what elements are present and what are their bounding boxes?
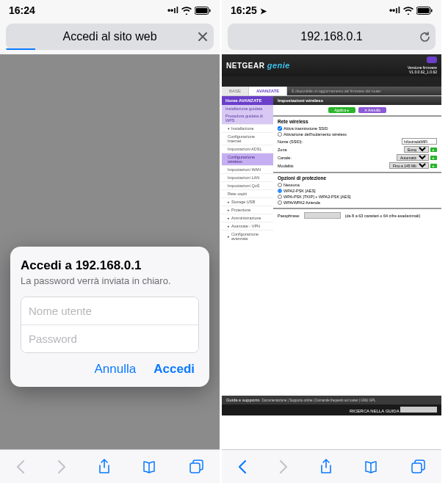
- section-title: Rete wireless: [278, 119, 437, 124]
- battery-icon: [416, 7, 433, 15]
- sidebar-section[interactable]: ▸Storage USB: [222, 197, 273, 206]
- password-field[interactable]: [21, 325, 198, 352]
- pass-hint: (da 8 a 63 caratteri o 64 cifre esadecim…: [345, 214, 421, 218]
- wifi-icon: [403, 7, 413, 15]
- sec-radio-enterprise[interactable]: [278, 200, 282, 205]
- reload-icon: [419, 31, 431, 43]
- help-search-field[interactable]: [400, 407, 437, 413]
- sec-radio-wpa2[interactable]: [278, 189, 282, 193]
- cancel-router-button[interactable]: ✕ Annulla: [358, 107, 386, 113]
- submit-button[interactable]: Accedi: [153, 362, 195, 377]
- footer-search-label: RICERCA NELLA GUIDA: [350, 409, 399, 413]
- username-field[interactable]: [21, 297, 198, 324]
- footer-help: Guida e supporto: [226, 398, 260, 402]
- sidebar-section[interactable]: ▸Amministrazione: [222, 214, 273, 222]
- dialog-message: La password verrà inviata in chiaro.: [21, 275, 199, 286]
- chk-ssid-label: Attiva trasmissione SSID: [283, 126, 328, 131]
- tabs-icon: [189, 460, 204, 474]
- bookmarks-button[interactable]: [364, 460, 380, 473]
- url-bar[interactable]: 192.168.0.1: [228, 23, 436, 50]
- share-icon: [98, 459, 111, 475]
- sidebar-section[interactable]: ▸Configurazione avanzata: [222, 230, 273, 242]
- sec-radio-none[interactable]: [278, 183, 282, 187]
- bookmarks-button[interactable]: [142, 460, 159, 473]
- sec-label: WPA/WPA2 Azienda: [283, 200, 320, 205]
- footer-links[interactable]: Documentazione | Supporto online | Doman…: [262, 399, 376, 402]
- chk-isolation[interactable]: [278, 132, 282, 137]
- firmware-banner[interactable]: È disponibile un aggiornamento del firmw…: [287, 87, 441, 95]
- go-button[interactable]: ▸: [430, 164, 437, 168]
- share-button[interactable]: [98, 459, 111, 475]
- cancel-button[interactable]: Annulla: [95, 362, 137, 377]
- mode-label: Modalità:: [278, 164, 388, 168]
- router-subheader: [222, 76, 441, 87]
- phone-right: 16:25 ➤ ••ıl 192.168.0.1 NETGEAR genie V…: [222, 0, 444, 483]
- chevron-down-icon: ▾: [228, 126, 230, 131]
- router-body: Home AVANZATE Installazione guidata Proc…: [222, 96, 441, 242]
- chk-ssid[interactable]: [278, 126, 282, 131]
- channel-select[interactable]: Automatico: [397, 154, 429, 161]
- passphrase-field[interactable]: [304, 212, 341, 219]
- tabs-button[interactable]: [411, 460, 426, 474]
- status-icons: ••ıl: [389, 5, 433, 15]
- share-icon: [319, 459, 333, 475]
- region-label: Zona: [278, 148, 402, 152]
- sidebar-section[interactable]: ▸Avanzate - VPN: [222, 222, 273, 230]
- forward-button[interactable]: [278, 460, 289, 474]
- share-button[interactable]: [319, 459, 333, 475]
- sidebar-section[interactable]: ▸Protezione: [222, 206, 273, 214]
- mode-select[interactable]: Fino a 145 Mbps: [389, 162, 429, 169]
- sidebar-wps[interactable]: Procedura guidata di WPS: [222, 112, 273, 124]
- url-title: Accedi al sito web: [28, 30, 192, 43]
- go-button[interactable]: ▸: [430, 156, 437, 160]
- pass-label: Passphrase:: [278, 214, 300, 218]
- tab-basic[interactable]: BASE: [222, 87, 249, 95]
- svg-rect-9: [412, 463, 422, 473]
- ssid-label: Nome (SSID):: [278, 139, 400, 144]
- sec-radio-mixed[interactable]: [278, 195, 282, 199]
- sidebar-item[interactable]: Impostazioni WAN: [222, 165, 273, 173]
- region-select[interactable]: Europa: [404, 146, 429, 153]
- back-button[interactable]: [15, 460, 26, 474]
- section-passphrase: Passphrase: (da 8 a 63 caratteri o 64 ci…: [273, 208, 441, 222]
- brand-netgear: NETGEAR: [226, 62, 264, 70]
- svg-rect-4: [190, 463, 200, 473]
- go-button[interactable]: ▸: [430, 148, 437, 152]
- tabs-button[interactable]: [189, 460, 204, 474]
- sidebar-item-wireless[interactable]: Configurazione wireless: [222, 153, 273, 165]
- auth-dialog: Accedi a 192.168.0.1 La password verrà i…: [10, 247, 209, 387]
- close-icon: [198, 32, 208, 42]
- sidebar-item[interactable]: Impostazioni ADSL: [222, 145, 273, 153]
- logout-button[interactable]: [427, 57, 437, 63]
- loading-progress: [6, 48, 35, 51]
- book-icon: [142, 460, 159, 473]
- router-main: Impostazioni wireless Applica ▸ ✕ Annull…: [273, 96, 441, 242]
- tab-advanced[interactable]: AVANZATE: [249, 87, 287, 95]
- status-bar: 16:25 ➤ ••ıl: [222, 0, 441, 21]
- sidebar-item[interactable]: Impostazioni QoS: [222, 181, 273, 189]
- svg-rect-7: [431, 9, 433, 12]
- sidebar-section-install[interactable]: ▾Installazione: [222, 124, 273, 132]
- url-bar[interactable]: Accedi al sito web: [6, 23, 214, 50]
- sidebar-item[interactable]: Rete ospiti: [222, 189, 273, 197]
- action-row: Applica ▸ ✕ Annulla: [273, 105, 441, 115]
- ssid-field[interactable]: [402, 138, 437, 145]
- reload-button[interactable]: [413, 31, 436, 43]
- forward-button[interactable]: [57, 460, 67, 474]
- sidebar-list: ▾Installazione Configurazione Internet I…: [222, 124, 273, 242]
- sidebar-home[interactable]: Home AVANZATE: [222, 96, 273, 105]
- safari-toolbar: [222, 449, 441, 483]
- sidebar-item[interactable]: Configurazione Internet: [222, 132, 273, 145]
- svg-rect-6: [418, 8, 430, 13]
- section-wireless: Rete wireless Attiva trasmissione SSID A…: [273, 115, 441, 172]
- router-footer: Guida e supporto Documentazione | Suppor…: [222, 396, 441, 415]
- status-time: 16:24: [9, 4, 35, 16]
- battery-icon: [195, 7, 211, 15]
- sidebar-wizard[interactable]: Installazione guidata: [222, 105, 273, 112]
- signal-icon: ••ıl: [389, 5, 400, 15]
- stop-reload-button[interactable]: [192, 32, 214, 42]
- panel-title: Impostazioni wireless: [273, 96, 441, 105]
- back-button[interactable]: [237, 460, 248, 474]
- sidebar-item[interactable]: Impostazioni LAN: [222, 173, 273, 181]
- apply-button[interactable]: Applica ▸: [328, 107, 355, 113]
